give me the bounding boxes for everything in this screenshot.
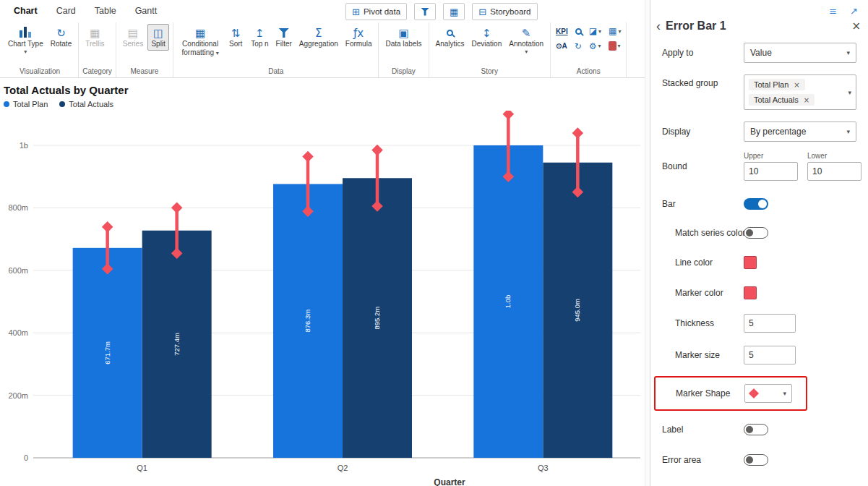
label-row: Label [650, 424, 868, 435]
lower-bound-label: Lower [807, 152, 861, 160]
chart-type-label: Chart Type [8, 40, 43, 48]
thickness-input[interactable] [744, 314, 796, 333]
eraser-button[interactable]: ◪▾ [589, 27, 601, 35]
upper-bound-input[interactable] [744, 162, 798, 181]
legend-item[interactable]: Total Actuals [59, 100, 113, 108]
line-color-swatch[interactable] [744, 256, 757, 269]
annotation-button[interactable]: ✎Annotation▾ [506, 24, 546, 57]
panel-header: ‹ Error Bar 1 × [650, 17, 868, 33]
chip-total-plan[interactable]: Total Plan × [749, 79, 805, 90]
split-icon: ◫ [153, 26, 163, 40]
trellis-label: Trellis [85, 40, 104, 48]
zoom-search-button[interactable] [575, 28, 582, 35]
display-value: By percentage [750, 127, 806, 137]
analytics-button[interactable]: Analytics [433, 24, 468, 51]
ribbon-group-label: Category [82, 67, 112, 77]
close-icon[interactable]: × [851, 20, 861, 33]
chart-area: Total Actuals by Quarter Total PlanTotal… [0, 78, 645, 486]
stacked-group-select[interactable]: Total Plan × Total Actuals × ▾ [744, 74, 856, 110]
ribbon-group-story: Analytics↕Deviation✎Annotation▾Story [429, 22, 551, 77]
bar-row: Bar [650, 198, 868, 210]
marker-shape-label: Marker Shape [676, 388, 744, 398]
pivot-data-button[interactable]: ⊞ Pivot data [345, 3, 407, 20]
y-tick-label: 200m [8, 391, 28, 400]
tab-gantt[interactable]: Gantt [126, 6, 167, 16]
thickness-label: Thickness [675, 318, 744, 328]
filter-label: Filter [276, 40, 292, 48]
label-toggle[interactable] [744, 424, 768, 435]
sort-button[interactable]: ⇅Sort [225, 24, 246, 51]
y-tick-label: 0 [24, 453, 28, 462]
bar-value-label: 727.4m [173, 333, 181, 356]
display-select[interactable]: By percentage ▾ [744, 122, 856, 142]
tab-table[interactable]: Table [85, 6, 126, 16]
tab-chart[interactable]: Chart [4, 6, 47, 16]
ribbon-group-label: Display [382, 67, 424, 77]
vertical-scrollbar[interactable] [645, 0, 650, 486]
conditional-formatting-button[interactable]: ▦Conditional formatting ▾ [177, 24, 223, 59]
error-area-label: Error area [662, 455, 744, 465]
storyboard-label: Storyboard [490, 7, 530, 16]
apply-to-select[interactable]: Value ▾ [744, 43, 856, 63]
layout-grid-button[interactable]: ▦▾ [609, 27, 621, 35]
ribbon-group-display: ▣Data labelsDisplay [379, 22, 429, 77]
match-series-color-row: Match series color [650, 227, 868, 239]
data-labels-button[interactable]: ▣Data labels [382, 24, 424, 51]
chart-type-button[interactable]: Chart Type▾ [5, 24, 46, 57]
chevron-down-icon: ▾ [846, 128, 850, 135]
bound-label: Bound [662, 161, 744, 171]
legend-item[interactable]: Total Plan [4, 100, 48, 108]
tab-card[interactable]: Card [47, 6, 85, 16]
storyboard-button[interactable]: ⊟ Storyboard [472, 3, 537, 20]
line-color-row: Line color [650, 256, 868, 269]
remove-chip-icon[interactable]: × [804, 96, 809, 104]
bar-value-label: 671.7m [103, 341, 111, 364]
slicer-button[interactable] [414, 3, 436, 20]
error-bar-diamond-marker [171, 202, 183, 214]
rotate-button[interactable]: ↻Rotate [48, 24, 74, 51]
marker-color-swatch[interactable] [744, 286, 757, 299]
expand-icon[interactable]: ↗ [850, 6, 858, 17]
data-labels-icon: ▣ [398, 26, 408, 40]
annotation-pencil-icon: ✎ [522, 26, 531, 40]
match-series-color-label: Match series color [675, 228, 744, 238]
back-chevron-icon[interactable]: ‹ [656, 20, 661, 33]
error-area-toggle[interactable] [744, 454, 768, 466]
split-button[interactable]: ◫Split [147, 24, 169, 51]
legend-dot-icon [59, 101, 65, 107]
thickness-row: Thickness [650, 314, 868, 333]
marker-size-input[interactable] [744, 346, 796, 364]
filter-button[interactable]: Filter [273, 24, 295, 51]
format-panel: ≡ ↗ ‹ Error Bar 1 × Apply to Value ▾ Sta… [650, 0, 868, 486]
sort-label: Sort [229, 40, 242, 48]
deviation-button[interactable]: ↕Deviation [469, 24, 505, 51]
ribbon-group-actions: KPI◪▾▦▾⊙A↻⚙▾▾Actions [551, 22, 627, 77]
aggregation-button[interactable]: ΣAggregation [296, 24, 341, 51]
chip-total-actuals[interactable]: Total Actuals × [749, 94, 815, 106]
analytics-magnifier-icon [447, 26, 453, 40]
lower-bound-input[interactable] [807, 162, 861, 181]
chip-label: Total Plan [754, 80, 788, 89]
ribbon-group-visualization: Chart Type▾↻RotateVisualization [1, 22, 79, 77]
export-pdf-button[interactable]: ▾ [609, 41, 621, 51]
table-tool-button[interactable]: ▦ [443, 3, 465, 20]
top-n-button[interactable]: ↥Top n [248, 24, 271, 51]
marker-shape-select[interactable]: ▾ [744, 384, 792, 403]
lower-bound-group: Lower [807, 152, 861, 181]
match-series-color-toggle[interactable] [744, 227, 768, 239]
kpi-button[interactable]: KPI [556, 27, 568, 35]
label-options-button[interactable]: ⊙A [556, 42, 567, 50]
settings-gear-button[interactable]: ⚙▾ [589, 42, 601, 51]
deviation-label: Deviation [472, 40, 502, 48]
aggregation-label: Aggregation [299, 40, 338, 48]
chart-legend: Total PlanTotal Actuals [0, 98, 645, 111]
refresh-button[interactable]: ↻ [575, 42, 582, 51]
remove-chip-icon[interactable]: × [794, 81, 799, 89]
x-tick-label: Q3 [538, 464, 549, 472]
format-list-icon[interactable]: ≡ [829, 6, 837, 17]
chart-title: Total Actuals by Quarter [0, 78, 645, 98]
ribbon-tabs-row: Chart Card Table Gantt ⊞ Pivot data ▦ ⊟ … [0, 0, 645, 22]
bar-toggle[interactable] [744, 198, 768, 210]
formula-button[interactable]: ƒxFormula [343, 24, 375, 51]
top-n-label: Top n [251, 40, 268, 48]
